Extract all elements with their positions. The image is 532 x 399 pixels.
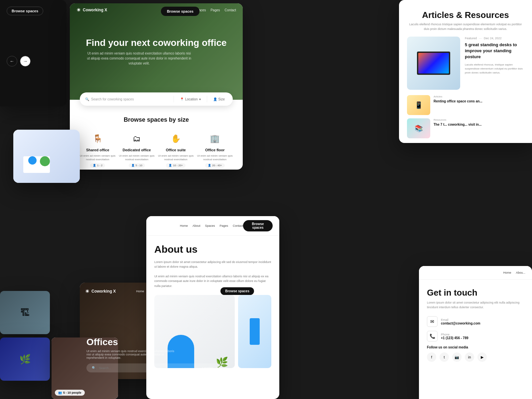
about-nav-home[interactable]: Home	[180, 224, 188, 227]
size-shared-office[interactable]: 🪑 Shared office Ut enim ad minim veniam …	[80, 131, 116, 168]
office-preview-card	[13, 130, 80, 183]
about-logo-icon: ☀	[153, 223, 157, 228]
next-arrow-button[interactable]: →	[20, 56, 31, 66]
offices-search-bar: 🔍 Location Size	[86, 363, 228, 372]
location-icon: 📍	[180, 97, 184, 101]
side-article-1[interactable]: 📱 Articles Renting office space cons an.…	[407, 95, 524, 115]
about-desc-1: Lorem ipsum dolor sit amet consectetur a…	[154, 260, 271, 269]
dedicated-office-name: Dedicated office	[123, 148, 151, 152]
browse-spaces-button-topleft[interactable]: Browse spaces	[7, 7, 43, 15]
email-value[interactable]: contact@coworking.com	[441, 322, 480, 325]
side-article-1-title: Renting office space cons an...	[434, 99, 482, 103]
shared-office-icon: 🪑	[90, 131, 105, 146]
articles-card: Articles & Resources Laculis eleifend rh…	[399, 0, 532, 143]
office-chair-1	[40, 156, 50, 166]
offices-search-input[interactable]	[99, 366, 199, 370]
search-input-area: 🔍 Search for coworking spaces	[85, 97, 170, 101]
offices-browse-btn[interactable]: Browse spaces	[220, 287, 254, 295]
instagram-icon[interactable]: 📷	[452, 352, 462, 362]
person-icon4: 👤	[208, 164, 211, 167]
offices-logo: ☀ Coworking X	[85, 289, 116, 294]
facebook-icon[interactable]: f	[427, 352, 436, 362]
phone-contact-item: 📞 Phone +1 (123) 456 - 789	[427, 331, 524, 341]
office-suite-name: Office suite	[166, 148, 186, 152]
featured-article: Featured — Dec 24, 2022 5 great standing…	[407, 37, 524, 90]
shared-office-range: 👤 1 - 2	[90, 163, 105, 168]
featured-article-info: Featured — Dec 24, 2022 5 great standing…	[465, 37, 524, 90]
prev-arrow-button[interactable]: ←	[7, 56, 17, 66]
bottom-office-img-1: 🏗	[0, 291, 50, 334]
twitter-icon[interactable]: t	[440, 352, 449, 362]
contact-card: ☀ Coworking X Home Abou... Get in touch …	[419, 266, 532, 399]
phone-value[interactable]: +1 (123) 456 - 789	[441, 336, 468, 340]
side-article-1-info: Articles Renting office space cons an...	[434, 95, 482, 103]
contact-brand-name: Coworking X	[432, 270, 456, 275]
search-divider	[174, 96, 174, 102]
social-title: Follow us on social media	[427, 345, 524, 349]
offices-nav-home[interactable]: Home	[136, 290, 144, 293]
size-office-suite[interactable]: ✋ Office suite Ut enim ad minim veniam q…	[158, 131, 194, 168]
office-floor-name: Office floor	[205, 148, 225, 152]
dedicated-office-range: 👤 5 - 10	[129, 163, 145, 168]
about-nav-about[interactable]: About	[193, 224, 200, 227]
hero-content: Find your next coworking office Ut enim …	[86, 37, 226, 66]
bottom-office-2-content: 🌿	[0, 337, 50, 381]
people-text: 5 - 10 people	[63, 391, 81, 394]
offices-nav-about[interactable]: About	[149, 290, 157, 293]
size-dedicated-office[interactable]: 🗂 Dedicated office Ut enim ad minim veni…	[119, 131, 155, 168]
about-nav: ☀ Coworking X Home About Spaces Pages Co…	[146, 216, 279, 236]
phone-icon: 📞	[427, 331, 438, 341]
brand-name: Coworking X	[83, 8, 107, 12]
side-article-1-tag: Articles	[434, 95, 482, 98]
nav-pages[interactable]: Pages	[210, 8, 220, 12]
search-location[interactable]: 📍 Location ▾	[177, 97, 203, 101]
featured-article-title[interactable]: 5 great standing desks to improve your s…	[465, 42, 524, 60]
contact-nav-links: Home Abou...	[503, 271, 525, 274]
offices-desc: Ut enim ad minim veniam quis nostrud exe…	[86, 349, 180, 359]
brand-logo: ☀ Coworking X	[76, 7, 107, 13]
browse-spaces-hero-button[interactable]: Browse spaces	[161, 7, 200, 16]
offices-nav-cart[interactable]: Cart(3)	[191, 290, 200, 293]
contact-logo-icon: ☀	[426, 270, 430, 275]
side-article-1-image: 📱	[407, 95, 430, 115]
dedicated-office-icon: 🗂	[129, 131, 144, 146]
offices-location-label[interactable]: Location	[202, 366, 213, 370]
about-nav-spaces[interactable]: Spaces	[205, 224, 215, 227]
about-nav-pages[interactable]: Pages	[220, 224, 228, 227]
nav-contact[interactable]: Contact	[225, 8, 236, 12]
email-contact-item: ✉ Email contact@coworking.com	[427, 316, 524, 327]
phone-label: Phone	[441, 333, 468, 336]
size-office-floor[interactable]: 🏢 Office floor Ut enim ad minim veniam q…	[197, 131, 233, 168]
offices-nav-spaces[interactable]: Spaces	[161, 290, 171, 293]
about-browse-btn[interactable]: Browse spaces	[243, 220, 273, 231]
size-grid: 🪑 Shared office Ut enim ad minim veniam …	[80, 131, 233, 168]
search-size[interactable]: 👤 Size	[210, 97, 227, 101]
social-icons-list: f t 📷 in ▶	[427, 352, 524, 362]
office-floor-icon: 🏢	[207, 131, 222, 146]
offices-nav-contact[interactable]: Contact	[176, 290, 186, 293]
chevron-down-icon: ▾	[199, 97, 201, 101]
featured-date: Dec 24, 2022	[484, 37, 502, 40]
youtube-icon[interactable]: ▶	[477, 352, 487, 362]
about-nav-contact[interactable]: Contact	[233, 224, 243, 227]
side-article-2-tag: Resources	[434, 118, 481, 121]
offices-size-label[interactable]: Size	[216, 366, 222, 370]
size-icon: 👤	[213, 97, 217, 101]
about-content: About us Lorem ipsum dolor sit amet cons…	[146, 236, 279, 295]
person-icon2: 👤	[131, 164, 135, 167]
side-article-2[interactable]: 📚 Resources The 7 t... coworking... visi…	[407, 118, 524, 138]
search-icon: 🔍	[85, 97, 89, 101]
about-logo: ☀ Coworking X	[153, 221, 180, 230]
offices-hero-content: Offices Ut enim ad minim veniam quis nos…	[86, 337, 253, 372]
linkedin-icon[interactable]: in	[465, 352, 474, 362]
email-icon: ✉	[427, 316, 438, 327]
office-suite-range: 👤 10 - 20+	[166, 163, 186, 168]
browse-size-section: Browse spaces by size 🪑 Shared office Ut…	[70, 100, 243, 170]
hero-card: ☀ Coworking X Home About Spaces Pages Co…	[70, 3, 243, 170]
contact-nav-home[interactable]: Home	[503, 271, 511, 274]
contact-nav-about[interactable]: Abou...	[516, 271, 525, 274]
side-article-2-image: 📚	[407, 118, 430, 138]
email-info: Email contact@coworking.com	[441, 318, 480, 325]
featured-article-meta: Featured — Dec 24, 2022	[465, 37, 524, 40]
offices-logo-icon: ☀	[85, 289, 89, 294]
